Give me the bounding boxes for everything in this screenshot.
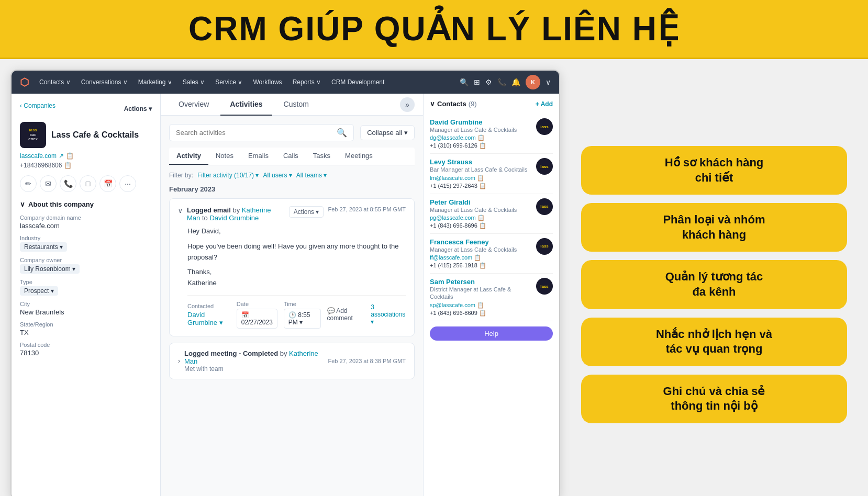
help-button[interactable]: Help — [430, 326, 553, 341]
about-title[interactable]: ∨ About this company — [20, 200, 152, 208]
bell-icon[interactable]: 🔔 — [511, 78, 520, 86]
contact-item-peter: Peter Giraldi Manager at Lass Cafe & Coc… — [430, 194, 553, 234]
activity-email-timestamp: Feb 27, 2023 at 8:55 PM GMT — [328, 206, 406, 212]
activity-meeting-title: Logged meeting - Completed by Katherine … — [184, 350, 324, 365]
left-sidebar: ‹ Companies Actions ▾ lassCAFCOCY Lass C… — [12, 94, 161, 496]
contact-phone-levy: +1 (415) 297-2643 📋 — [430, 183, 532, 189]
nav-conversations[interactable]: Conversations ∨ — [77, 76, 132, 88]
contact-name-francesca[interactable]: Francesca Feeney — [430, 238, 532, 246]
activity-email-header: ∨ Logged email by Katherine Man to David… — [178, 206, 406, 222]
features-list: Hồ sơ khách hàngchi tiết Phân loại và nh… — [571, 70, 858, 496]
date-picker[interactable]: 📅 02/27/2023 — [237, 309, 277, 329]
feature-card-5: Ghi chú và chia sẻthông tin nội bộ — [581, 375, 847, 423]
contact-email-peter[interactable]: pg@lasscafe.com 📋 — [430, 215, 532, 221]
contact-name-david[interactable]: David Grumbine — [430, 118, 532, 126]
nav-service[interactable]: Service ∨ — [211, 76, 247, 88]
phone-icon[interactable]: 📞 — [497, 78, 506, 86]
month-header: February 2023 — [169, 185, 415, 193]
main-panel: Overview Activities Custom » 🔍 Collap — [161, 94, 423, 496]
search-input[interactable] — [176, 129, 332, 137]
contact-avatar-francesca: lass — [536, 238, 553, 255]
company-website-link[interactable]: lasscafe.com ↗ 📋 — [20, 152, 152, 160]
search-icon[interactable]: 🔍 — [460, 78, 469, 86]
more-action-btn[interactable]: ··· — [119, 175, 136, 192]
email-action-btn[interactable]: ✉ — [40, 175, 57, 192]
settings-icon[interactable]: ⚙ — [485, 78, 492, 86]
feature-card-3: Quản lý tương tácđa kênh — [581, 260, 847, 309]
page-title: CRM GIÚP QUẢN LÝ LIÊN HỆ — [21, 9, 847, 48]
contact-name-sam[interactable]: Sam Petersen — [430, 278, 532, 286]
filter-activity-button[interactable]: Filter activity (10/17) ▾ — [197, 172, 259, 179]
edit-action-btn[interactable]: ✏ — [20, 175, 37, 192]
sub-tab-notes[interactable]: Notes — [208, 148, 241, 165]
activity-email-footer: Contacted David Grumbine ▾ Date 📅 02/27/… — [187, 295, 406, 329]
call-action-btn[interactable]: 📞 — [60, 175, 76, 192]
field-industry: Industry Restaurants ▾ — [20, 235, 152, 252]
nav-crm-dev[interactable]: CRM Development — [327, 76, 388, 88]
footer-time: Time 🕒 8:55 PM ▾ — [284, 301, 321, 329]
filter-users-button[interactable]: All users ▾ — [263, 172, 292, 179]
contact-phone-sam: +1 (843) 696-8609 📋 — [430, 310, 532, 317]
meeting-action-btn[interactable]: 📅 — [99, 175, 116, 192]
sub-tabs: Activity Notes Emails Calls Tasks Meetin… — [169, 148, 415, 165]
add-contact-button[interactable]: + Add — [536, 100, 553, 108]
actions-button[interactable]: Actions ▾ — [124, 105, 152, 112]
footer-date: Date 📅 02/27/2023 — [237, 301, 277, 329]
search-icon: 🔍 — [337, 128, 347, 138]
contact-avatar-levy: lass — [536, 158, 553, 175]
meeting-expand-icon[interactable]: › — [178, 357, 180, 365]
sub-tab-emails[interactable]: Emails — [241, 148, 276, 165]
main-content: ⬡ Contacts ∨ Conversations ∨ Marketing ∨… — [0, 59, 868, 496]
activity-to-user[interactable]: David Grumbine — [209, 214, 259, 222]
contact-info-peter: Peter Giraldi Manager at Lass Cafe & Coc… — [430, 198, 532, 229]
add-comment-button[interactable]: 💬 Add comment — [327, 307, 365, 322]
contacted-value[interactable]: David Grumbine ▾ — [187, 311, 230, 326]
contact-email-sam[interactable]: sp@lasscafe.com 📋 — [430, 302, 532, 309]
filter-teams-button[interactable]: All teams ▾ — [296, 172, 327, 179]
nav-reports[interactable]: Reports ∨ — [288, 76, 325, 88]
contact-info-levy: Levy Strauss Bar Manager at Lass Cafe & … — [430, 158, 532, 189]
contact-name-levy[interactable]: Levy Strauss — [430, 158, 532, 166]
tab-expand-button[interactable]: » — [400, 97, 415, 112]
grid-icon[interactable]: ⊞ — [474, 78, 480, 86]
tab-overview[interactable]: Overview — [169, 94, 218, 116]
contacts-toggle-icon[interactable]: ∨ — [430, 100, 435, 108]
nav-workflows[interactable]: Workflows — [249, 76, 286, 88]
hubspot-nav: ⬡ Contacts ∨ Conversations ∨ Marketing ∨… — [12, 71, 559, 94]
collapse-all-button[interactable]: Collapse all ▾ — [360, 125, 415, 140]
activity-email-body: Hey David, Hope you've been doing well! … — [187, 226, 406, 289]
time-picker[interactable]: 🕒 8:55 PM ▾ — [284, 309, 321, 329]
contact-name-peter[interactable]: Peter Giraldi — [430, 198, 532, 206]
chevron-down-icon[interactable]: ∨ — [546, 78, 551, 86]
tab-custom[interactable]: Custom — [274, 94, 318, 116]
tab-activities[interactable]: Activities — [220, 94, 272, 116]
activities-panel: 🔍 Collapse all ▾ Activity Notes Emails C… — [161, 116, 423, 496]
activity-expand-icon[interactable]: ∨ — [178, 207, 183, 215]
task-action-btn[interactable]: □ — [80, 175, 96, 192]
contact-info-francesca: Francesca Feeney Manager at Lass Cafe & … — [430, 238, 532, 269]
sub-tab-activity[interactable]: Activity — [169, 148, 208, 165]
feature-card-2: Phân loại và nhómkhách hàng — [581, 203, 847, 252]
contact-email-levy[interactable]: lm@lasscafe.com 📋 — [430, 175, 532, 182]
contact-role-levy: Bar Manager at Lass Cafe & Cocktails — [430, 166, 532, 173]
nav-contacts[interactable]: Contacts ∨ — [35, 76, 75, 88]
user-avatar[interactable]: K — [526, 75, 540, 89]
sub-tab-meetings[interactable]: Meetings — [338, 148, 380, 165]
nav-sales[interactable]: Sales ∨ — [179, 76, 209, 88]
sub-tab-tasks[interactable]: Tasks — [306, 148, 338, 165]
activity-actions-button[interactable]: Actions ▾ — [289, 206, 324, 218]
nav-marketing[interactable]: Marketing ∨ — [134, 76, 176, 88]
contact-avatar-sam: lass — [536, 278, 553, 295]
activity-card-email: ∨ Logged email by Katherine Man to David… — [169, 198, 415, 336]
field-company-owner: Company owner Lily Rosenbloom ▾ — [20, 257, 152, 274]
companies-back-link[interactable]: ‹ Companies — [20, 102, 55, 109]
contact-avatar-david: lass — [536, 118, 553, 135]
contact-email-david[interactable]: dg@lasscafe.com 📋 — [430, 134, 532, 141]
sub-tab-calls[interactable]: Calls — [276, 148, 306, 165]
contacts-count: (9) — [469, 100, 477, 108]
contact-email-francesca[interactable]: ff@lasscafe.com 📋 — [430, 254, 532, 261]
field-city: City New Braunfels — [20, 301, 152, 316]
associations-link[interactable]: 3 associations ▾ — [371, 303, 406, 325]
contact-phone-david: +1 (310) 699-6126 📋 — [430, 142, 532, 149]
crm-body: ‹ Companies Actions ▾ lassCAFCOCY Lass C… — [12, 94, 559, 496]
